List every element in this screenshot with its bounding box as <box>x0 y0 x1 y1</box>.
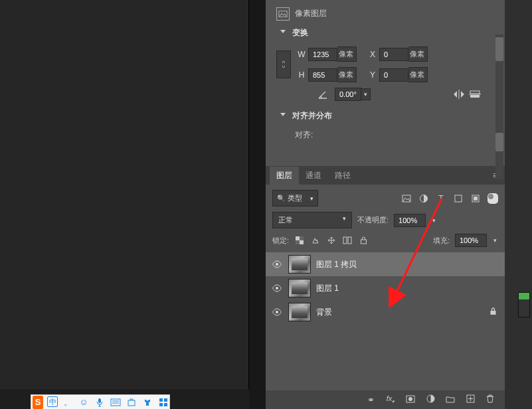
visibility-eye-icon[interactable] <box>271 306 283 318</box>
lock-image-icon[interactable] <box>310 235 321 246</box>
filter-adjustment-icon[interactable] <box>418 193 429 204</box>
visibility-eye-icon[interactable] <box>271 282 283 294</box>
lock-all-icon[interactable] <box>358 235 369 246</box>
flip-horizontal-button[interactable] <box>453 89 465 100</box>
layer-filter-row: 类型 T <box>266 185 505 212</box>
ime-skin-icon[interactable] <box>141 396 153 408</box>
filter-toggle[interactable] <box>488 193 498 204</box>
flip-vertical-button[interactable] <box>469 89 481 100</box>
tab-channels[interactable]: 通道 <box>299 167 328 185</box>
group-icon[interactable] <box>445 395 456 405</box>
lock-transparency-icon[interactable] <box>294 235 305 246</box>
transform-section-header[interactable]: 变换 <box>266 25 505 44</box>
ime-emoji-icon[interactable]: ☺ <box>78 396 90 408</box>
collapsed-dock[interactable] <box>505 0 532 409</box>
layer-name[interactable]: 图层 1 拷贝 <box>316 259 357 270</box>
filter-pixel-icon[interactable] <box>401 193 412 204</box>
new-layer-icon[interactable] <box>465 394 476 405</box>
layer-name[interactable]: 背景 <box>316 307 332 318</box>
filter-type-icon[interactable]: T <box>436 193 446 204</box>
x-input[interactable]: 0 <box>379 48 408 61</box>
layer-thumbnail[interactable] <box>288 303 311 321</box>
lock-artboard-icon[interactable] <box>342 235 353 246</box>
tab-paths[interactable]: 路径 <box>328 167 357 185</box>
height-input[interactable]: 855 <box>308 68 337 82</box>
adjustment-layer-icon[interactable] <box>425 394 436 405</box>
opacity-input[interactable]: 100% <box>394 214 426 227</box>
lock-position-icon[interactable] <box>326 235 337 246</box>
svg-rect-13 <box>296 240 300 244</box>
y-unit[interactable]: 像素 <box>408 67 428 82</box>
layer-filter-select[interactable]: 类型 <box>272 190 318 206</box>
svg-rect-3 <box>470 95 480 98</box>
transform-body: W 1235 像素 X 0 像素 H 855 像素 Y 0 像素 <box>266 44 505 108</box>
width-input[interactable]: 1235 <box>308 48 337 61</box>
blend-mode-select[interactable]: 正常 <box>272 212 352 228</box>
svg-rect-7 <box>455 195 462 202</box>
filter-shape-icon[interactable] <box>453 193 464 204</box>
properties-panel: 像素图层 变换 W 1235 像素 X 0 像素 H 855 像素 <box>266 0 505 155</box>
canvas-area[interactable] <box>0 0 249 389</box>
lock-fill-row: 锁定: 填充: 100% ▾ <box>266 234 505 252</box>
svg-rect-2 <box>470 91 480 94</box>
ime-grid-icon[interactable] <box>157 396 169 408</box>
blend-opacity-row: 正常 不透明度: 100% ▾ <box>266 212 505 234</box>
ime-punct-button[interactable]: 。 <box>62 396 74 408</box>
ime-toolbar[interactable]: S 中 。 ☺ <box>31 394 170 409</box>
layers-panel-tabs: 图层 通道 路径 ≡ <box>266 166 505 185</box>
w-label: W <box>295 50 308 59</box>
ime-floating-widget[interactable] <box>518 292 530 317</box>
svg-point-18 <box>276 287 278 289</box>
mask-icon[interactable] <box>405 395 416 405</box>
ime-voice-icon[interactable] <box>94 396 106 408</box>
fill-dropdown[interactable]: ▾ <box>492 237 498 244</box>
align-section-header[interactable]: 对齐并分布 <box>266 108 505 127</box>
layer-name[interactable]: 图层 1 <box>316 283 339 294</box>
layer-thumbnail[interactable] <box>288 255 311 274</box>
properties-scrollbar-thumb[interactable] <box>495 37 503 61</box>
layer-list: 图层 1 拷贝 图层 1 背景 <box>266 252 505 324</box>
angle-dropdown[interactable]: ▾ <box>361 88 371 100</box>
ime-lang-button[interactable]: 中 <box>47 396 58 407</box>
layer-kind-label: 像素图层 <box>295 8 327 19</box>
tab-layers[interactable]: 图层 <box>270 167 299 185</box>
svg-rect-33 <box>164 398 167 402</box>
h-label: H <box>295 70 308 80</box>
blend-mode-value: 正常 <box>278 215 293 225</box>
x-label: X <box>366 50 379 59</box>
link-layers-icon[interactable]: ⚭ <box>365 395 376 405</box>
angle-input[interactable]: 0.00° <box>335 88 361 101</box>
ime-tools-icon[interactable] <box>126 396 137 408</box>
y-label: Y <box>366 70 379 80</box>
filter-smartobject-icon[interactable] <box>470 193 481 204</box>
svg-point-19 <box>276 311 278 313</box>
aspect-link-button[interactable] <box>276 50 291 78</box>
y-input[interactable]: 0 <box>379 68 408 82</box>
layer-thumbnail[interactable] <box>288 279 311 297</box>
opacity-dropdown[interactable]: ▾ <box>431 217 437 224</box>
layer-kind-header: 像素图层 <box>266 5 505 25</box>
opacity-label: 不透明度: <box>357 215 389 225</box>
sogou-logo-icon[interactable]: S <box>33 396 43 409</box>
align-label: 对齐: <box>295 130 313 139</box>
fill-input[interactable]: 100% <box>455 234 487 247</box>
fx-icon[interactable]: fx▾ <box>385 394 396 404</box>
lock-indicator-icon <box>489 307 499 317</box>
ime-keyboard-icon[interactable] <box>110 396 122 408</box>
layers-panel: 图层 通道 路径 ≡ 类型 T 正常 不透明度: 100% ▾ 锁定: <box>266 166 505 324</box>
svg-rect-31 <box>128 400 135 406</box>
svg-rect-9 <box>474 197 478 201</box>
visibility-eye-icon[interactable] <box>271 258 283 270</box>
layer-row[interactable]: 背景 <box>266 300 505 324</box>
layer-row[interactable]: 图层 1 拷贝 <box>266 252 505 276</box>
delete-layer-icon[interactable] <box>485 394 495 405</box>
svg-rect-20 <box>491 311 496 315</box>
height-unit[interactable]: 像素 <box>337 67 357 82</box>
align-body: 对齐: <box>266 127 505 150</box>
properties-scrollbar-thumb-bottom[interactable] <box>495 133 503 151</box>
pixel-layer-icon <box>276 7 290 21</box>
layer-row[interactable]: 图层 1 <box>266 276 505 300</box>
svg-rect-15 <box>348 237 351 244</box>
x-unit[interactable]: 像素 <box>408 46 428 62</box>
width-unit[interactable]: 像素 <box>337 46 357 62</box>
